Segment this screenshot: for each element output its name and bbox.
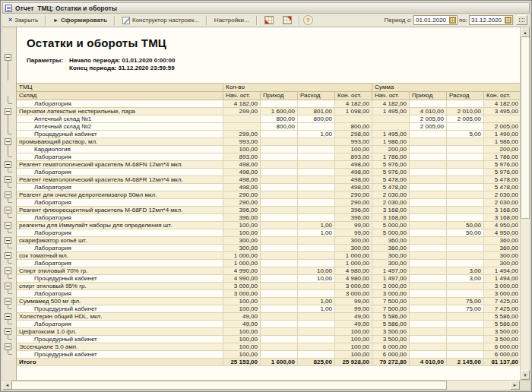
collapse-minus-icon[interactable] bbox=[5, 176, 11, 183]
sum-begin-cell[interactable]: 5 976,00 bbox=[372, 161, 410, 169]
item-group-cell[interactable]: Реагент гематологический краситель М-68F… bbox=[17, 176, 223, 184]
sum-in-cell[interactable] bbox=[410, 343, 447, 351]
sum-out-cell[interactable] bbox=[447, 336, 484, 343]
sum-end-cell[interactable]: 3 000,00 bbox=[484, 283, 520, 290]
sum-out-cell[interactable] bbox=[447, 313, 484, 321]
qty-begin-cell[interactable]: 49,00 bbox=[223, 313, 261, 321]
qty-out-cell[interactable] bbox=[298, 351, 335, 359]
sum-end-cell[interactable]: 2 030,00 bbox=[484, 191, 520, 199]
qty-in-cell[interactable] bbox=[261, 336, 298, 343]
sum-begin-cell[interactable]: 2 030,00 bbox=[372, 199, 410, 207]
sum-end-cell[interactable]: 3 495,00 bbox=[484, 108, 520, 115]
qty-out-cell[interactable] bbox=[298, 176, 335, 184]
sum-in-cell[interactable] bbox=[410, 207, 447, 214]
qty-end-cell[interactable]: 800,00 bbox=[335, 123, 372, 131]
qty-end-cell[interactable]: 100,00 bbox=[335, 146, 372, 153]
sum-end-cell[interactable]: 5 478,00 bbox=[484, 184, 520, 191]
sum-begin-cell[interactable]: 300,00 bbox=[372, 260, 410, 267]
sum-out-cell[interactable] bbox=[447, 146, 484, 153]
qty-in-cell[interactable] bbox=[261, 138, 298, 146]
sum-out-cell[interactable]: 3,00 bbox=[447, 267, 484, 275]
qty-end-cell[interactable]: 290,00 bbox=[335, 191, 372, 199]
qty-begin-cell[interactable]: 3 000,00 bbox=[223, 283, 261, 290]
sum-out-cell[interactable] bbox=[447, 328, 484, 336]
qty-out-cell[interactable] bbox=[298, 283, 335, 290]
sum-in-cell[interactable] bbox=[410, 222, 447, 229]
sum-end-cell[interactable]: 5 976,00 bbox=[484, 161, 520, 169]
warehouse-cell[interactable]: Лаборатория bbox=[17, 214, 223, 222]
sum-in-cell[interactable] bbox=[410, 199, 447, 207]
qty-in-cell[interactable]: 800,00 bbox=[261, 123, 298, 131]
item-group-cell[interactable]: Спирт этиловый 70% гр. bbox=[17, 267, 223, 275]
qty-end-cell[interactable]: 498,00 bbox=[335, 161, 372, 169]
qty-end-cell[interactable]: 1 000,00 bbox=[335, 260, 372, 267]
sum-begin-cell[interactable]: 1 497,00 bbox=[372, 267, 410, 275]
sum-in-cell[interactable] bbox=[410, 275, 447, 283]
qty-in-cell[interactable] bbox=[261, 275, 298, 283]
sum-end-cell[interactable]: 4 950,00 bbox=[484, 229, 520, 237]
qty-end-cell[interactable]: 49,00 bbox=[335, 313, 372, 321]
sum-in-cell[interactable] bbox=[410, 153, 447, 161]
collapse-minus-icon[interactable] bbox=[5, 191, 11, 198]
qty-out-cell[interactable] bbox=[298, 343, 335, 351]
sum-begin-cell[interactable]: 1 495,00 bbox=[372, 131, 410, 138]
qty-out-cell[interactable] bbox=[298, 153, 335, 161]
sum-out-cell[interactable] bbox=[447, 290, 484, 298]
qty-end-cell[interactable]: 498,00 bbox=[335, 169, 372, 176]
sum-end-cell[interactable]: 360,00 bbox=[484, 237, 520, 245]
vertical-scroll-thumb[interactable] bbox=[521, 37, 530, 219]
warehouse-cell[interactable]: Лаборатория bbox=[17, 260, 223, 267]
qty-in-cell[interactable] bbox=[261, 176, 298, 184]
sum-in-cell[interactable] bbox=[410, 252, 447, 260]
sum-out-cell[interactable] bbox=[447, 191, 484, 199]
collapse-minus-icon[interactable] bbox=[5, 283, 11, 289]
calendar-icon[interactable] bbox=[505, 17, 511, 24]
sum-out-cell[interactable] bbox=[447, 343, 484, 351]
sum-out-cell[interactable] bbox=[447, 214, 484, 222]
sum-begin-cell[interactable]: 6 000,00 bbox=[372, 343, 410, 351]
sum-end-cell[interactable]: 7 425,00 bbox=[484, 298, 520, 305]
sum-in-cell[interactable] bbox=[410, 146, 447, 153]
warehouse-cell[interactable]: Лаборатория bbox=[17, 229, 223, 237]
qty-out-cell[interactable] bbox=[298, 328, 335, 336]
sum-out-cell[interactable] bbox=[447, 252, 484, 260]
generate-button[interactable]: ► Сформировать bbox=[49, 14, 111, 26]
collapse-minus-icon[interactable] bbox=[5, 207, 11, 213]
qty-end-cell[interactable]: 99,00 bbox=[335, 222, 372, 229]
sum-out-cell[interactable] bbox=[447, 123, 484, 131]
sum-begin-cell[interactable]: 300,00 bbox=[372, 252, 410, 260]
qty-end-cell[interactable]: 300,00 bbox=[335, 237, 372, 245]
sum-end-cell[interactable]: 1 494,00 bbox=[484, 275, 520, 283]
horizontal-scroll-thumb[interactable] bbox=[12, 381, 447, 390]
sum-out-cell[interactable] bbox=[447, 199, 484, 207]
qty-end-cell[interactable] bbox=[335, 115, 372, 123]
sum-begin-cell[interactable]: 5 000,00 bbox=[372, 222, 410, 229]
sum-end-cell[interactable]: 3 500,00 bbox=[484, 328, 520, 336]
period-picker-button[interactable] bbox=[516, 15, 527, 25]
sum-end-cell[interactable]: 300,00 bbox=[484, 260, 520, 267]
qty-end-cell[interactable]: 1 098,00 bbox=[335, 108, 372, 115]
sum-begin-cell[interactable]: 5 478,00 bbox=[372, 184, 410, 191]
item-group-cell[interactable]: реагенты для Иммулайт наборы для определ… bbox=[17, 222, 223, 229]
qty-begin-cell[interactable]: 100,00 bbox=[223, 298, 261, 305]
sum-out-cell[interactable] bbox=[447, 161, 484, 169]
qty-end-cell[interactable]: 893,00 bbox=[335, 153, 372, 161]
qty-out-cell[interactable] bbox=[298, 100, 335, 108]
collapse-minus-icon[interactable] bbox=[5, 328, 11, 335]
qty-end-cell[interactable]: 300,00 bbox=[335, 245, 372, 252]
sum-in-cell[interactable] bbox=[410, 229, 447, 237]
sum-in-cell[interactable]: 4 010,00 bbox=[410, 359, 447, 366]
sum-in-cell[interactable] bbox=[410, 176, 447, 184]
qty-in-cell[interactable] bbox=[261, 313, 298, 321]
sum-out-cell[interactable]: 3,00 bbox=[447, 275, 484, 283]
sum-end-cell[interactable]: 300,00 bbox=[484, 252, 520, 260]
sum-in-cell[interactable] bbox=[410, 184, 447, 191]
qty-in-cell[interactable] bbox=[261, 343, 298, 351]
qty-in-cell[interactable] bbox=[261, 153, 298, 161]
qty-end-cell[interactable]: 3 000,00 bbox=[335, 283, 372, 290]
sum-end-cell[interactable]: 4 950,00 bbox=[484, 222, 520, 229]
qty-out-cell[interactable]: 800,00 bbox=[298, 115, 335, 123]
qty-in-cell[interactable] bbox=[261, 161, 298, 169]
sum-out-cell[interactable] bbox=[447, 283, 484, 290]
sum-in-cell[interactable] bbox=[410, 214, 447, 222]
